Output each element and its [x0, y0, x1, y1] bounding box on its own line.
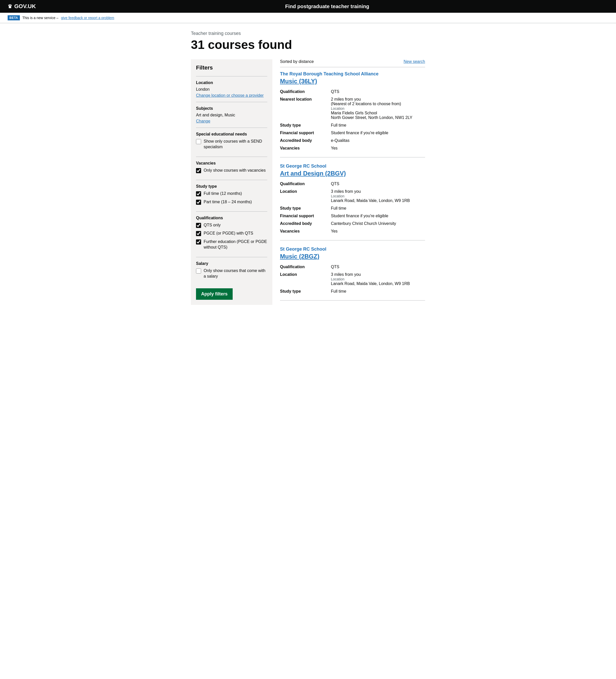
- study-type-value: Full time: [331, 205, 425, 211]
- course-provider: The Royal Borough Teaching School Allian…: [280, 71, 425, 77]
- location-value: London: [196, 87, 267, 92]
- study-type-label: Study type: [280, 205, 331, 211]
- qualification-label: Qualification: [280, 181, 331, 187]
- filters-heading: Filters: [196, 64, 267, 71]
- location-value: 3 miles from you Location Lanark Road, M…: [331, 272, 425, 287]
- send-checkbox[interactable]: [196, 139, 201, 144]
- study-type-label: Study type: [280, 289, 331, 294]
- site-header: ♛ GOV.UK Find postgraduate teacher train…: [0, 0, 616, 13]
- qual-fe-row: Further education (PGCE or PGDE without …: [196, 239, 267, 250]
- beta-banner: BETA This is a new service – give feedba…: [0, 13, 616, 23]
- fulltime-checkbox[interactable]: [196, 191, 201, 196]
- course-name-link[interactable]: Art and Design (2BGV): [280, 170, 425, 177]
- parttime-checkbox[interactable]: [196, 200, 201, 205]
- qts-checkbox[interactable]: [196, 223, 201, 228]
- qualification-label: Qualification: [280, 264, 331, 270]
- location-address: Maria Fidelis Girls SchoolNorth Gower St…: [331, 111, 412, 120]
- main-container: Teacher training courses 31 courses foun…: [186, 23, 430, 314]
- vacancies-checkbox-label[interactable]: Only show courses with vacancies: [204, 168, 266, 173]
- change-location-link[interactable]: Change location or choose a provider: [196, 93, 264, 98]
- qts-label[interactable]: QTS only: [204, 222, 221, 228]
- pgce-checkbox[interactable]: [196, 231, 201, 236]
- content-row: Filters Location London Change location …: [191, 59, 425, 306]
- qualifications-label: Qualifications: [196, 216, 267, 220]
- filter-location: Location London Change location or choos…: [196, 76, 267, 102]
- vacancies-checkbox[interactable]: [196, 168, 201, 173]
- course-name-link[interactable]: Music (2BGZ): [280, 253, 425, 260]
- change-subjects-link[interactable]: Change: [196, 119, 210, 123]
- filter-subjects: Subjects Art and design, Music Change: [196, 102, 267, 128]
- filter-salary: Salary Only show courses that come with …: [196, 257, 267, 286]
- course-name-link[interactable]: Music (36LY): [280, 78, 425, 85]
- qual-qts-row: QTS only: [196, 222, 267, 228]
- nearest-location-label: Nearest location: [280, 97, 331, 121]
- send-checkbox-label[interactable]: Show only courses with a SEND specialism: [204, 138, 267, 150]
- parttime-label[interactable]: Part time (18 – 24 months): [204, 199, 252, 205]
- filters-panel: Filters Location London Change location …: [191, 59, 272, 305]
- nearest-location-value: 2 miles from you (Nearest of 2 locations…: [331, 97, 425, 121]
- vacancies-label: Vacancies: [196, 161, 267, 166]
- feedback-link[interactable]: give feedback or report a problem: [61, 16, 114, 20]
- salary-checkbox-label[interactable]: Only show courses that come with a salar…: [204, 268, 267, 280]
- study-type-parttime-row: Part time (18 – 24 months): [196, 199, 267, 205]
- page-subtitle: Teacher training courses: [191, 31, 425, 36]
- location-label: Location: [280, 272, 331, 287]
- qual-pgce-row: PGCE (or PGDE) with QTS: [196, 230, 267, 236]
- fulltime-label[interactable]: Full time (12 months): [204, 191, 242, 196]
- location-address: Lanark Road, Maida Vale, London, W9 1RB: [331, 282, 410, 286]
- location-address: Lanark Road, Maida Vale, London, W9 1RB: [331, 198, 410, 203]
- filter-send: Special educational needs Show only cour…: [196, 128, 267, 157]
- location-sub-label: Location: [331, 194, 344, 198]
- fe-checkbox[interactable]: [196, 239, 201, 245]
- financial-support-label: Financial support: [280, 130, 331, 136]
- study-type-value: Full time: [331, 123, 425, 128]
- accredited-body-label: Accredited body: [280, 138, 331, 143]
- course-provider: St George RC School: [280, 247, 425, 252]
- vacancies-result-label: Vacancies: [280, 146, 331, 151]
- beta-tag: BETA: [8, 15, 20, 20]
- site-title: Find postgraduate teacher training: [46, 4, 608, 9]
- study-type-value: Full time: [331, 289, 425, 294]
- logo-text: GOV.UK: [14, 3, 36, 10]
- location-sub-label: Location: [331, 277, 344, 281]
- location-label: Location: [196, 80, 267, 85]
- gov-uk-logo: ♛ GOV.UK: [8, 3, 36, 10]
- vacancies-result-label: Vacancies: [280, 228, 331, 234]
- financial-support-label: Financial support: [280, 213, 331, 219]
- results-panel: Sorted by distance New search The Royal …: [280, 59, 425, 306]
- send-checkbox-row: Show only courses with a SEND specialism: [196, 138, 267, 150]
- accredited-body-label: Accredited body: [280, 221, 331, 226]
- filter-qualifications: Qualifications QTS only PGCE (or PGDE) w…: [196, 212, 267, 257]
- subjects-label: Subjects: [196, 106, 267, 111]
- salary-label: Salary: [196, 261, 267, 266]
- study-type-fulltime-row: Full time (12 months): [196, 191, 267, 196]
- financial-support-value: Student finance if you're eligible: [331, 130, 425, 136]
- beta-text: This is a new service –: [23, 16, 59, 20]
- location-label: Location: [280, 189, 331, 203]
- vacancies-checkbox-row: Only show courses with vacancies: [196, 168, 267, 173]
- salary-checkbox[interactable]: [196, 268, 201, 273]
- results-meta: Sorted by distance New search: [280, 59, 425, 67]
- accredited-body-value: e-Qualitas: [331, 138, 425, 143]
- send-label: Special educational needs: [196, 132, 267, 136]
- qualification-value: QTS: [331, 181, 425, 187]
- study-type-label: Study type: [280, 123, 331, 128]
- pgce-label[interactable]: PGCE (or PGDE) with QTS: [204, 230, 253, 236]
- qualification-value: QTS: [331, 264, 425, 270]
- vacancies-result-value: Yes: [331, 228, 425, 234]
- new-search-link[interactable]: New search: [404, 59, 425, 64]
- page-heading: 31 courses found: [191, 38, 425, 52]
- location-value: 3 miles from you Location Lanark Road, M…: [331, 189, 425, 203]
- study-type-label: Study type: [196, 184, 267, 189]
- course-details: Qualification QTS Nearest location 2 mil…: [280, 89, 425, 151]
- course-provider: St George RC School: [280, 163, 425, 169]
- course-details: Qualification QTS Location 3 miles from …: [280, 181, 425, 234]
- filter-vacancies: Vacancies Only show courses with vacanci…: [196, 157, 267, 180]
- location-sub-label: Location: [331, 106, 344, 110]
- qualification-label: Qualification: [280, 89, 331, 95]
- course-card: St George RC School Music (2BGZ) Qualifi…: [280, 247, 425, 300]
- course-card: The Royal Borough Teaching School Allian…: [280, 71, 425, 157]
- fe-label[interactable]: Further education (PGCE or PGDE without …: [204, 239, 267, 250]
- crown-icon: ♛: [8, 3, 12, 9]
- apply-filters-button[interactable]: Apply filters: [196, 288, 233, 300]
